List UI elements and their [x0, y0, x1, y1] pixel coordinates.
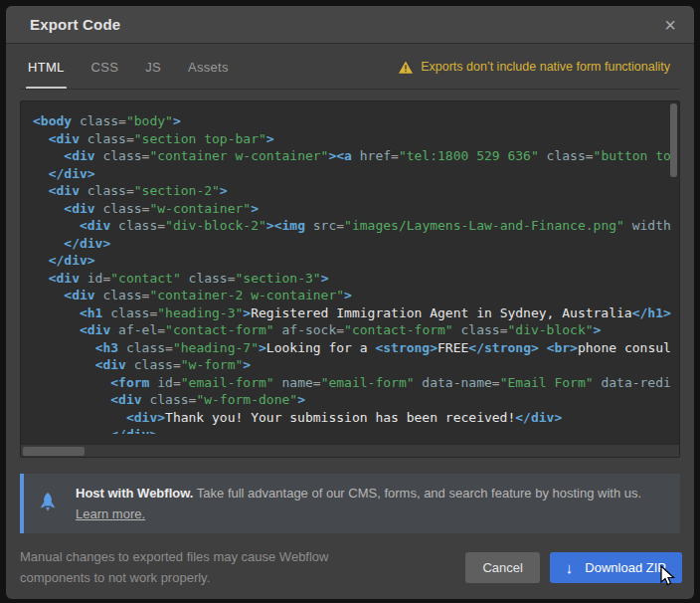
code-line: </div> [33, 235, 667, 253]
code-line: <div class="section top-bar"> [33, 130, 667, 148]
code-content: <body class="body"> <div class="section … [21, 101, 679, 434]
download-zip-label: Download ZIP [585, 560, 666, 575]
cancel-button[interactable]: Cancel [465, 552, 539, 583]
tab-css[interactable]: CSS [91, 44, 119, 90]
learn-more-link[interactable]: Learn more. [76, 506, 145, 521]
host-with-webflow-banner: Host with Webflow. Take full advantage o… [20, 474, 680, 533]
code-line: <div af-el="contact-form" af-sock="conta… [33, 321, 667, 339]
download-arrow-icon: ↓ [566, 559, 574, 576]
rocket-icon [38, 493, 58, 514]
dialog-footer: Manual changes to exported files may cau… [6, 546, 694, 588]
warning-triangle-icon [399, 61, 413, 74]
code-line: <div class="w-container"> [33, 200, 667, 218]
horizontal-scrollbar-track[interactable] [21, 444, 679, 457]
code-line: <h1 class="heading-3">Registered Immigra… [33, 304, 667, 322]
tab-divider [20, 89, 680, 90]
code-line: <div class="section-2"> [33, 182, 667, 200]
code-line: <div class="w-form"> [33, 356, 667, 374]
tabs: HTML CSS JS Assets [28, 44, 229, 90]
footer-note: Manual changes to exported files may cau… [20, 546, 378, 588]
tab-css-label: CSS [91, 60, 119, 75]
code-line: <div class="w-form-done"> [33, 391, 667, 409]
close-icon[interactable]: × [664, 15, 676, 35]
export-code-dialog: Export Code × HTML CSS JS Assets Exports… [6, 6, 694, 599]
form-functionality-warning: Exports don’t include native form functi… [399, 60, 670, 74]
tab-html-label: HTML [28, 60, 65, 75]
tab-assets-label: Assets [188, 60, 229, 75]
code-line: <div class="div-block-2"><img src="image… [33, 217, 667, 235]
banner-text: Host with Webflow. Take full advantage o… [76, 483, 641, 524]
footer-buttons: Cancel ↓ Download ZIP [465, 552, 682, 583]
dialog-title: Export Code [30, 16, 120, 33]
code-line: <body class="body"> [33, 112, 667, 130]
vertical-scrollbar-thumb[interactable] [670, 103, 677, 177]
banner-body: Take full advantage of our CMS, forms, a… [193, 486, 641, 501]
tab-js-label: JS [145, 60, 161, 75]
banner-lead: Host with Webflow. [76, 486, 193, 501]
code-line: </div> [33, 252, 667, 270]
code-viewer[interactable]: <body class="body"> <div class="section … [20, 100, 680, 458]
code-line: <div>Thank you! Your submission has been… [33, 409, 667, 427]
code-line: </div> [33, 426, 667, 434]
code-line: <div class="container w-container"><a hr… [33, 147, 667, 165]
tab-bar: HTML CSS JS Assets Exports don’t include… [6, 44, 694, 90]
tab-assets[interactable]: Assets [188, 44, 229, 90]
warning-text: Exports don’t include native form functi… [421, 60, 670, 74]
code-line: </div> [33, 165, 667, 183]
code-line: <form id="email-form" name="email-form" … [33, 374, 667, 392]
dialog-titlebar: Export Code × [6, 6, 694, 44]
horizontal-scrollbar-thumb[interactable] [23, 447, 85, 456]
tab-html[interactable]: HTML [28, 44, 65, 90]
code-line: <h3 class="heading-7">Looking for a <str… [33, 339, 667, 357]
download-zip-button[interactable]: ↓ Download ZIP [550, 552, 682, 583]
code-line: <div id="contact" class="section-3"> [33, 270, 667, 288]
code-line: <div class="container-2 w-container"> [33, 287, 667, 304]
tab-js[interactable]: JS [145, 44, 161, 90]
